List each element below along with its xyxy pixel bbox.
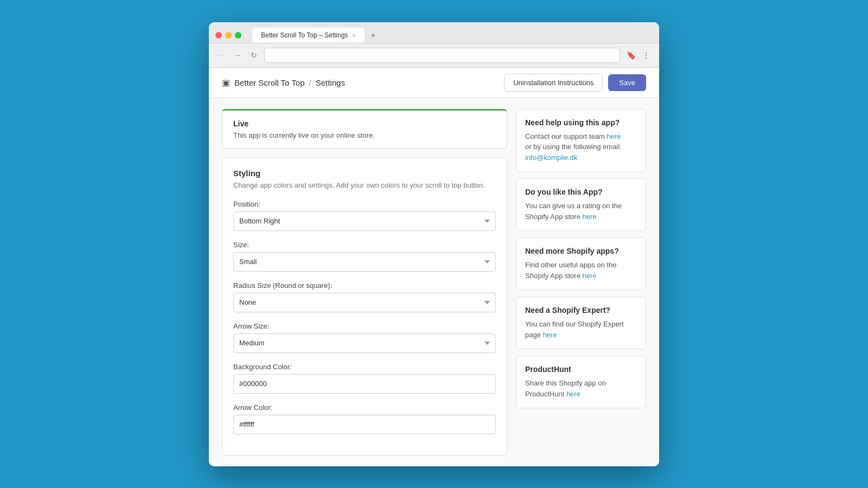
rating-card: Do you like this App? You can give us a … bbox=[516, 178, 646, 231]
producthunt-link[interactable]: here bbox=[566, 390, 580, 398]
app-content: ▣ Better Scroll To Top / Settings Uninst… bbox=[209, 68, 659, 466]
uninstall-instructions-button[interactable]: Uninstallation Instructions bbox=[504, 74, 603, 92]
arrow-size-group: Arrow Size: Small Medium Large bbox=[233, 322, 496, 353]
more-apps-text: Find other useful apps on the Shopify Ap… bbox=[525, 260, 637, 281]
producthunt-text-content: Share this Shopify app on ProductHunt bbox=[525, 379, 606, 398]
help-link-1[interactable]: here bbox=[607, 132, 621, 140]
radius-select[interactable]: None Small Medium Large Full bbox=[233, 293, 496, 312]
bg-color-label: Background Color: bbox=[233, 363, 496, 371]
bookmark-icon[interactable]: 🔖 bbox=[624, 49, 637, 62]
radius-group: Radius Size (Round or square): None Smal… bbox=[233, 281, 496, 312]
active-tab[interactable]: Better Scroll To Top – Settings × bbox=[252, 28, 365, 43]
rating-title: Do you like this App? bbox=[525, 188, 637, 196]
help-card: Need help using this app? Contact our su… bbox=[516, 109, 646, 172]
help-email-link[interactable]: info@kompile.dk bbox=[525, 153, 577, 162]
app-header: ▣ Better Scroll To Top / Settings Uninst… bbox=[209, 68, 659, 98]
help-text: Contact our support team here or by usin… bbox=[525, 131, 637, 163]
browser-titlebar: Better Scroll To Top – Settings × + bbox=[209, 22, 659, 43]
tab-close-icon[interactable]: × bbox=[352, 32, 355, 38]
rating-text-content: You can give us a rating on the Shopify … bbox=[525, 202, 622, 221]
expert-title: Need a Shopify Expert? bbox=[525, 306, 637, 314]
more-apps-title: Need more Shopify apps? bbox=[525, 247, 637, 255]
main-layout: Live This app is currently live on your … bbox=[209, 98, 659, 466]
traffic-lights bbox=[215, 32, 241, 38]
position-group: Position: Bottom Right Bottom Left Top R… bbox=[233, 200, 496, 231]
minimize-traffic-light[interactable] bbox=[225, 32, 232, 38]
live-title: Live bbox=[233, 119, 496, 128]
bg-color-group: Background Color: #000000 bbox=[233, 363, 496, 394]
position-label: Position: bbox=[233, 200, 496, 208]
breadcrumb-separator: / bbox=[309, 78, 311, 87]
reload-button[interactable]: ↻ bbox=[248, 49, 260, 61]
arrow-size-label: Arrow Size: bbox=[233, 322, 496, 330]
help-text-2: or by using the following email: bbox=[525, 143, 622, 151]
tab-title: Better Scroll To Top – Settings bbox=[261, 31, 348, 39]
more-apps-link[interactable]: here bbox=[583, 272, 597, 280]
radius-label: Radius Size (Round or square): bbox=[233, 281, 496, 290]
toolbar-actions: 🔖 ⋮ bbox=[624, 49, 653, 62]
producthunt-text: Share this Shopify app on ProductHunt he… bbox=[525, 378, 637, 399]
right-sidebar: Need help using this app? Contact our su… bbox=[516, 109, 646, 455]
browser-toolbar: ← → ↻ 🔖 ⋮ bbox=[209, 43, 659, 68]
save-button[interactable]: Save bbox=[608, 74, 646, 91]
producthunt-card: ProductHunt Share this Shopify app on Pr… bbox=[516, 356, 646, 408]
back-button[interactable]: ← bbox=[215, 49, 227, 61]
live-card: Live This app is currently live on your … bbox=[222, 109, 507, 149]
help-title: Need help using this app? bbox=[525, 118, 637, 127]
arrow-color-group: Arrow Color: #ffffff bbox=[233, 403, 496, 434]
live-description: This app is currently live on your onlin… bbox=[233, 131, 496, 139]
more-apps-card: Need more Shopify apps? Find other usefu… bbox=[516, 237, 646, 290]
expert-text: You can find our Shopify Expert page her… bbox=[525, 319, 637, 340]
more-apps-text-content: Find other useful apps on the Shopify Ap… bbox=[525, 261, 616, 280]
left-panel: Live This app is currently live on your … bbox=[222, 109, 507, 455]
address-bar[interactable] bbox=[264, 48, 620, 63]
size-group: Size: Small Medium Large bbox=[233, 241, 496, 272]
app-icon: ▣ bbox=[222, 78, 230, 88]
producthunt-title: ProductHunt bbox=[525, 365, 637, 374]
help-text-1: Contact our support team bbox=[525, 132, 607, 140]
rating-link[interactable]: here bbox=[583, 213, 597, 221]
arrow-color-label: Arrow Color: bbox=[233, 403, 496, 412]
position-select[interactable]: Bottom Right Bottom Left Top Right Top L… bbox=[233, 211, 496, 231]
styling-description: Change app colors and settings. Add your… bbox=[233, 181, 496, 189]
close-traffic-light[interactable] bbox=[215, 32, 222, 38]
breadcrumb: ▣ Better Scroll To Top / Settings bbox=[222, 78, 345, 88]
arrow-color-input[interactable]: #ffffff bbox=[233, 415, 496, 434]
new-tab-button[interactable]: + bbox=[366, 28, 381, 43]
expert-text-content: You can find our Shopify Expert page bbox=[525, 320, 624, 339]
browser-tabs: Better Scroll To Top – Settings × + bbox=[252, 28, 381, 43]
styling-title: Styling bbox=[233, 169, 496, 178]
expert-link[interactable]: here bbox=[543, 331, 557, 339]
bg-color-input[interactable]: #000000 bbox=[233, 374, 496, 394]
rating-text: You can give us a rating on the Shopify … bbox=[525, 201, 637, 222]
arrow-size-select[interactable]: Small Medium Large bbox=[233, 333, 496, 353]
size-label: Size: bbox=[233, 241, 496, 249]
header-actions: Uninstallation Instructions Save bbox=[504, 74, 646, 92]
breadcrumb-page-title: Settings bbox=[316, 78, 345, 87]
menu-icon[interactable]: ⋮ bbox=[640, 49, 653, 62]
styling-card: Styling Change app colors and settings. … bbox=[222, 157, 507, 455]
browser-window: Better Scroll To Top – Settings × + ← → … bbox=[209, 22, 659, 466]
size-select[interactable]: Small Medium Large bbox=[233, 252, 496, 272]
forward-button[interactable]: → bbox=[232, 49, 244, 61]
maximize-traffic-light[interactable] bbox=[235, 32, 241, 38]
expert-card: Need a Shopify Expert? You can find our … bbox=[516, 297, 646, 349]
breadcrumb-app-name: Better Scroll To Top bbox=[234, 78, 305, 87]
